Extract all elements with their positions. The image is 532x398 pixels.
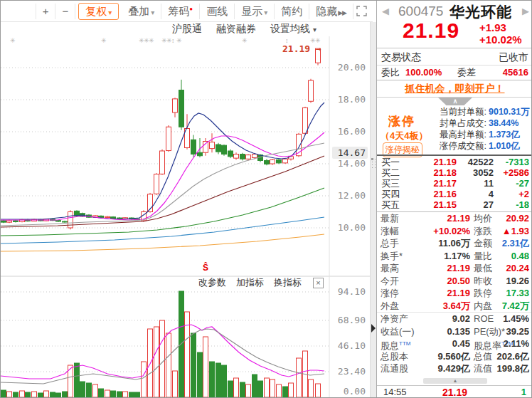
order-level-label: 买三: [381, 178, 400, 189]
adjust-price-button[interactable]: 复权▾: [78, 3, 119, 20]
stat-value: 11.06万: [417, 237, 470, 250]
chevron-down-icon: ▾: [313, 26, 316, 33]
hide-button[interactable]: 隐藏▶▶: [309, 4, 353, 19]
change-params-link[interactable]: 改参数: [198, 276, 226, 289]
trade-status-row: 交易状态 已收市: [377, 49, 532, 65]
svg-text:23.40: 23.40: [338, 366, 366, 377]
stat-label: 最新: [381, 212, 399, 225]
display-button[interactable]: 显示▾: [235, 4, 275, 19]
weibi-value: 100.00%: [405, 66, 442, 80]
stat-label: 总值: [474, 350, 492, 363]
simple-mode-button[interactable]: 简约: [275, 4, 309, 19]
limit-up-row-value: 1.373亿: [489, 130, 520, 140]
splitter-grip-icon: [372, 159, 373, 159]
collapse-tab[interactable]: ∧: [438, 98, 472, 105]
stat-row: 外盘3.64万内盘7.42万: [377, 300, 532, 313]
close-icon[interactable]: ×: [313, 278, 324, 288]
stat-label: 流值: [474, 362, 492, 375]
stat-value: 1.17%: [417, 250, 470, 263]
weibi-label: 委比: [381, 66, 400, 80]
stat-label: 外盘: [381, 300, 399, 313]
chip-distribution-button[interactable]: 筹码●: [161, 4, 200, 19]
margin-trading-link[interactable]: 融资融券: [216, 23, 256, 36]
event-star-icon: ✳: [176, 37, 182, 44]
order-qty: 11: [457, 178, 494, 189]
svg-text:10.00: 10.00: [338, 222, 366, 233]
stat-value: 9.560亿: [417, 350, 470, 363]
svg-text:14.00: 14.00: [338, 158, 366, 169]
arrow-right-icon: →: [316, 43, 321, 54]
weicha-value: 45616: [503, 66, 528, 80]
trade-status-label: 交易状态: [381, 49, 421, 65]
svg-text:46.10: 46.10: [338, 340, 366, 351]
stat-value: ▲1.93: [502, 225, 529, 238]
svg-text:14.67: 14.67: [338, 147, 366, 158]
ma-settings-label: 设置均线: [270, 23, 310, 34]
event-star-icon: ✳: [149, 37, 154, 44]
limit-up-row-value: 1.010亿: [489, 141, 520, 151]
order-level-label: 买五: [381, 199, 400, 210]
stat-label: 昨收: [474, 275, 492, 288]
zoom-out-button[interactable]: −: [55, 4, 75, 19]
weicha-label: 委差: [457, 66, 476, 80]
quote-panel: ◀ 600475 华光环能 ▶ 21.19 +1.93 +10.02% 交易状态…: [376, 1, 532, 398]
stat-row: 总股本9.560亿总值202.6亿: [377, 350, 532, 363]
event-updown-icon: ↕: [171, 37, 175, 44]
fullscreen-icon[interactable]: [356, 6, 367, 16]
svg-text:16.00: 16.00: [338, 126, 366, 137]
stat-label: 跌停: [474, 287, 492, 300]
divider: [377, 48, 532, 48]
order-qty-change: -18: [494, 199, 529, 210]
stat-label: 均价: [474, 212, 492, 225]
chart-toolbar: + − 复权▾ 叠加▾ 筹码● 画线 显示▾ 简约 隐藏▶▶: [1, 1, 373, 22]
stat-label: 今开: [381, 275, 399, 288]
svg-text:0.00: 0.00: [344, 386, 366, 397]
stat-value: 202.6亿: [496, 350, 529, 363]
price-change: +1.93: [479, 21, 506, 33]
stat-value: 0.48: [511, 250, 529, 263]
order-row[interactable]: 买四21.164+2: [377, 189, 532, 199]
stat-label: 金额: [474, 237, 492, 250]
order-row[interactable]: 买一21.1942522-7313: [377, 157, 532, 167]
stat-value: 199.8亿: [496, 362, 529, 375]
svg-text:68.90: 68.90: [338, 315, 366, 325]
next-stock-icon[interactable]: ▶: [522, 6, 529, 16]
stat-value: 39.25: [506, 325, 529, 338]
stat-value: 20.92: [506, 212, 529, 225]
limit-up-row: 涨停成交额:1.010亿: [440, 140, 532, 152]
stat-label: 最低: [474, 262, 492, 275]
kline-chart[interactable]: 20.0018.0016.0014.0012.0010.0014.6794.10…: [1, 1, 370, 398]
switch-indicator-link[interactable]: 换指标: [274, 276, 302, 289]
hu-stock-connect-link[interactable]: 沪股通: [172, 23, 202, 36]
trade-status-value: 已收市: [499, 49, 528, 65]
stat-label: 内盘: [474, 300, 492, 313]
draw-line-button[interactable]: 画线: [200, 4, 235, 19]
hide-label: 隐藏: [316, 5, 337, 17]
order-row[interactable]: 买五21.1527-18: [377, 199, 532, 210]
pane-splitter[interactable]: [370, 22, 376, 398]
zoom-in-button[interactable]: +: [36, 4, 56, 19]
chip-label: 筹码: [168, 5, 189, 17]
display-label: 显示: [241, 5, 262, 17]
order-row[interactable]: 买二21.183052+2586: [377, 167, 532, 178]
stat-label: 总手: [381, 237, 399, 250]
last-price: 21.19: [403, 19, 459, 43]
indicator-toolbar: 改参数 加指标 换指标 ×: [1, 277, 329, 288]
stat-value: 20.50: [417, 275, 470, 288]
stat-value: 9.429亿: [417, 362, 470, 375]
stat-value: 21.19: [417, 287, 470, 300]
stat-row: 总手11.06万金额2.31亿: [377, 237, 532, 250]
overlay-button[interactable]: 叠加▾: [122, 4, 161, 19]
open-account-link[interactable]: 抓住机会，即刻开户！: [405, 83, 505, 94]
add-indicator-link[interactable]: 加指标: [236, 276, 264, 289]
stat-label: 量比: [474, 250, 492, 263]
order-level-label: 买一: [381, 157, 400, 167]
panel-collapse-button[interactable]: ▲: [423, 378, 487, 384]
ma-settings-link[interactable]: 设置均线 ▾: [270, 23, 316, 36]
stat-label: 最高: [381, 262, 399, 275]
order-price: 21.16: [422, 189, 457, 199]
stat-row: 最新21.19均价20.92: [377, 212, 532, 225]
order-row[interactable]: 买三21.1711-27: [377, 178, 532, 189]
limit-up-streak: （4天4板）: [381, 130, 427, 142]
prev-stock-icon[interactable]: ◀: [382, 6, 389, 16]
